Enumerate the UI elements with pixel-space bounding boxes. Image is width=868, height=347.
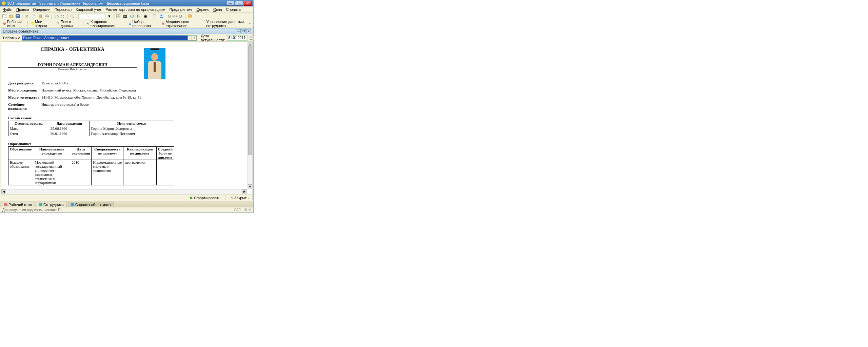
svg-rect-7 [46, 15, 48, 16]
calc-icon[interactable] [152, 13, 158, 19]
close-report-button[interactable]: ✕ Закрыть [229, 195, 250, 201]
m-minus: M- [179, 14, 184, 18]
sub-close-button[interactable]: ✕ [246, 29, 251, 33]
nav-recruit[interactable]: Набор персонала [127, 19, 156, 28]
print-icon[interactable] [44, 13, 50, 19]
menu-windows[interactable]: Окна [211, 7, 224, 12]
cut-icon[interactable] [24, 13, 30, 19]
nav-empdata[interactable]: Управление данными сотрудника ▾ [205, 19, 252, 28]
kv-row: Дата рождения:15 августа 1988 г. [8, 81, 245, 85]
kv-row: Место жительства:141410, Московская обл,… [8, 95, 245, 99]
separator [52, 14, 52, 19]
scroll-left-icon[interactable]: ◀ [1, 189, 6, 193]
td: 2010 [70, 160, 92, 185]
menu-edit[interactable]: Правка [14, 7, 31, 12]
link-icon[interactable]: ⎘ [136, 13, 142, 19]
separator [125, 21, 125, 26]
separator [185, 14, 185, 19]
th: Дата рождения [49, 121, 90, 126]
m-plus: M+ [172, 14, 178, 18]
tab-icon [39, 203, 42, 206]
th: Имя члена семьи [90, 121, 174, 126]
help-icon[interactable]: ? [187, 13, 193, 19]
th: Средний балл по диплому [156, 147, 174, 160]
nav-search[interactable]: Поиск данных [55, 19, 80, 28]
nav-planning[interactable]: Кадровое планирование [85, 19, 123, 28]
doc-heading: СПРАВКА - ОБЪЕКТИВКА [8, 47, 137, 52]
tab[interactable]: Сотрудники [36, 202, 67, 207]
svg-rect-2 [17, 15, 18, 16]
separator [166, 14, 166, 19]
kv-value: 15 августа 1988 г. [41, 81, 245, 85]
tasks-icon [31, 22, 34, 26]
th: Степень родства [8, 121, 49, 126]
tab[interactable]: Справка-объективка [68, 202, 114, 207]
search-data-icon [57, 22, 60, 26]
separator [114, 14, 114, 19]
maximize-button[interactable]: ▭ [235, 1, 243, 6]
close-button[interactable]: ✕ [244, 1, 252, 6]
search-dropdown-icon[interactable]: ▾ [106, 13, 112, 19]
window-titlebar: 1С:Предприятие - Зарплата и Управление П… [0, 0, 253, 6]
tab[interactable]: Рабочий стол [1, 202, 35, 207]
menu-payroll[interactable]: Расчет зарплаты по организациям [103, 7, 167, 12]
scroll-right-icon[interactable]: ▶ [242, 189, 247, 193]
open-icon[interactable] [8, 13, 14, 19]
th: Образование [8, 147, 33, 160]
horizontal-scrollbar[interactable]: ◀ ▶ [1, 189, 247, 194]
merge-icon[interactable]: ▦ [122, 13, 128, 19]
vertical-scrollbar[interactable]: ▲ ▼ [248, 42, 252, 189]
menu-personnel[interactable]: Персонал [53, 7, 74, 12]
users-icon[interactable] [158, 13, 164, 19]
menu-service[interactable]: Сервис [194, 7, 211, 12]
menu-file[interactable]: Файл [1, 7, 14, 12]
document-area: СПРАВКА - ОБЪЕКТИВКА ГОРИН РОМАН АЛЕКСАН… [1, 42, 253, 194]
copy2-icon[interactable]: ▣ [142, 13, 149, 19]
td: 30.01.1966 [49, 131, 90, 136]
new-icon[interactable] [1, 13, 7, 19]
separator [77, 14, 77, 19]
separator [158, 21, 158, 26]
scroll-thumb[interactable] [248, 47, 252, 155]
menu-bar: Файл Правка Операции Персонал Кадровый у… [0, 6, 253, 13]
nav-desktop[interactable]: Рабочий стол [2, 19, 25, 28]
redo-icon[interactable] [60, 13, 66, 19]
separator [83, 21, 83, 26]
right-splitter[interactable] [252, 27, 253, 200]
svg-rect-0 [3, 14, 5, 18]
edu-table: ОбразованиеНаименование учрежденияДата о… [8, 146, 174, 185]
svg-rect-15 [4, 24, 5, 24]
menu-hr[interactable]: Кадровый учет [74, 7, 103, 12]
close-icon: ✕ [230, 196, 233, 200]
kv-value: 141410, Московская обл, Химки г, Дружбы … [41, 95, 245, 99]
th: Дата окончания [70, 147, 92, 160]
desktop-icon [3, 22, 6, 26]
sub-restore-button[interactable]: ❐ [241, 29, 246, 33]
tab-icon [4, 203, 7, 206]
employee-select-button[interactable]: … [188, 36, 192, 40]
sub-minimize-button[interactable]: — [236, 29, 241, 33]
td: программист [123, 160, 156, 185]
generate-button[interactable]: ▶ Сформировать [189, 195, 222, 201]
date-field[interactable] [227, 35, 248, 41]
nav-medical[interactable]: Медицинское страхование [160, 19, 201, 28]
paste-icon[interactable] [37, 13, 43, 19]
grid-icon[interactable] [115, 13, 121, 19]
minimize-button[interactable]: — [226, 1, 234, 6]
td: Отец [8, 131, 49, 136]
copy-icon[interactable] [31, 13, 37, 19]
find-icon[interactable] [69, 13, 75, 19]
tab-label: Сотрудники [43, 203, 64, 207]
status-hint: Для получения подсказки нажмите F1 [2, 208, 231, 212]
save-icon[interactable] [15, 13, 21, 19]
menu-operations[interactable]: Операции [31, 7, 52, 12]
undo-icon[interactable] [53, 13, 59, 19]
refresh-icon[interactable] [129, 13, 135, 19]
doc-name-caption: Фамилия, Имя, Отчество [8, 68, 137, 71]
menu-help[interactable]: Справка [224, 7, 243, 12]
search-input[interactable] [78, 14, 105, 19]
employee-clear-button[interactable]: × [192, 36, 196, 40]
menu-enterprise[interactable]: Предприятие [167, 7, 195, 12]
employee-field[interactable]: Горин Роман Александрович … × [22, 35, 197, 41]
nav-tasks[interactable]: Мои задачи [29, 19, 51, 28]
